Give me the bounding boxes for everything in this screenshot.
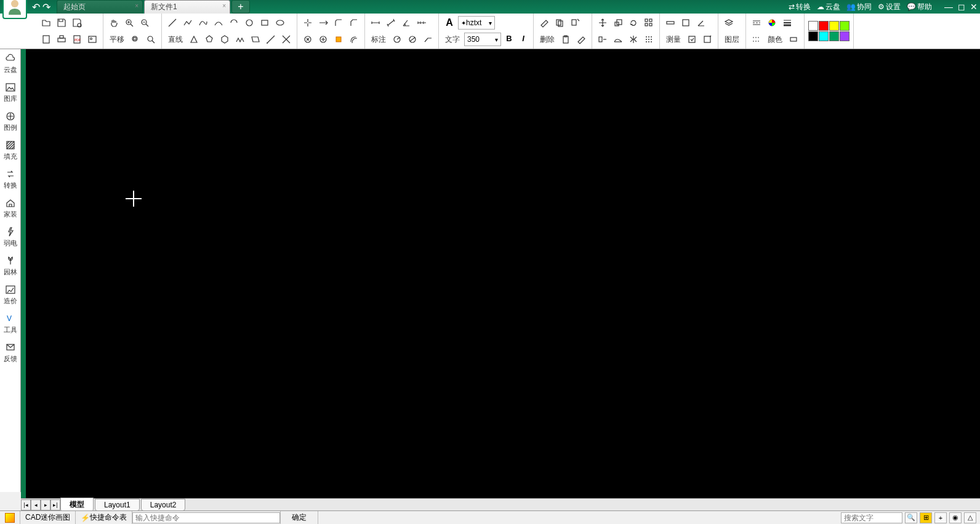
sidebar-elec[interactable]: 弱电 — [0, 223, 20, 252]
command-input[interactable] — [132, 512, 280, 523]
scale-button[interactable] — [611, 16, 625, 30]
measure-out-button[interactable] — [701, 33, 714, 46]
parallelogram-button[interactable] — [249, 33, 262, 46]
zoom-window-button[interactable] — [144, 33, 158, 46]
color-purple[interactable] — [840, 31, 849, 41]
color-red[interactable] — [819, 21, 829, 31]
sidebar-hatch[interactable]: 填充 — [0, 136, 20, 165]
open-button[interactable] — [39, 16, 53, 30]
break-button[interactable] — [301, 33, 315, 46]
color-black[interactable] — [808, 31, 818, 41]
osnap-toggle[interactable]: △ — [964, 512, 976, 523]
grid-toggle[interactable]: ◉ — [949, 512, 962, 523]
search-input[interactable] — [841, 512, 902, 523]
bold-button[interactable]: B — [503, 33, 515, 46]
spline-button[interactable] — [196, 16, 210, 30]
dim-radius-button[interactable] — [390, 33, 404, 46]
rotate-button[interactable] — [627, 16, 640, 30]
ray-button[interactable] — [264, 33, 278, 46]
rect-button[interactable] — [258, 16, 271, 30]
close-icon[interactable]: × — [135, 2, 139, 9]
mirror-button[interactable] — [627, 33, 640, 46]
close-button[interactable]: ✕ — [970, 2, 978, 12]
font-size-select[interactable]: 350 — [464, 33, 501, 46]
zoom-extent-button[interactable] — [129, 33, 142, 46]
color-wheel-button[interactable] — [765, 16, 779, 30]
measure-dist-button[interactable] — [664, 16, 677, 30]
search-button[interactable]: 🔍 — [905, 512, 917, 523]
sidebar-tools[interactable]: V工具 — [0, 309, 20, 338]
close-icon[interactable]: × — [222, 2, 226, 9]
offset-button[interactable] — [347, 33, 361, 46]
maximize-button[interactable]: ◻ — [958, 2, 965, 12]
menu-convert[interactable]: ⇄ 转换 — [789, 2, 811, 12]
export-img-button[interactable] — [86, 33, 99, 46]
purge-button[interactable] — [574, 33, 588, 46]
menu-cloud[interactable]: ☁ 云盘 — [817, 2, 840, 12]
confirm-button[interactable]: 确定 — [280, 511, 318, 524]
triangle-button[interactable] — [187, 33, 201, 46]
export-pdf-button[interactable]: PDF — [70, 33, 84, 46]
trim-button[interactable] — [301, 16, 315, 30]
text-button[interactable]: A — [443, 16, 456, 30]
linetype2-button[interactable] — [750, 33, 763, 46]
dim-continue-button[interactable] — [415, 16, 428, 30]
fillet-button[interactable] — [332, 16, 345, 30]
save-button[interactable] — [55, 16, 68, 30]
zigzag-button[interactable] — [233, 33, 247, 46]
measure-angle-button[interactable] — [694, 16, 708, 30]
sidebar-garden[interactable]: 园林 — [0, 252, 20, 280]
chamfer-button[interactable] — [347, 16, 361, 30]
sidebar-legend[interactable]: 图例 — [0, 107, 20, 136]
tab-last-button[interactable]: ▸| — [50, 499, 60, 510]
zoom-out-button[interactable] — [138, 16, 151, 30]
dim-diameter-button[interactable] — [406, 33, 419, 46]
align-button[interactable] — [596, 33, 609, 46]
sidebar-convert[interactable]: 转换 — [0, 165, 20, 194]
color-green[interactable] — [829, 31, 839, 41]
lineweight-button[interactable] — [781, 16, 794, 30]
zoom-in-button[interactable] — [122, 16, 136, 30]
dim-aligned-button[interactable] — [384, 16, 398, 30]
stretch-button[interactable] — [611, 33, 625, 46]
copy-button[interactable] — [553, 16, 566, 30]
hand-button[interactable] — [107, 16, 121, 30]
layer-manager-button[interactable] — [722, 16, 736, 30]
menu-help[interactable]: 💬 帮助 — [907, 2, 932, 12]
save-as-button[interactable] — [70, 16, 84, 30]
dim-angular-button[interactable] — [400, 16, 413, 30]
layout-tab-1[interactable]: Layout1 — [95, 499, 140, 511]
tab-add-button[interactable]: + — [231, 0, 250, 14]
color-yellow[interactable] — [829, 21, 839, 31]
sidebar-feedback[interactable]: 反馈 — [0, 338, 20, 367]
sidebar-gallery[interactable]: 图库 — [0, 78, 20, 107]
print-button[interactable] — [55, 33, 68, 46]
sidebar-cost[interactable]: 造价 — [0, 280, 20, 309]
linetype-button[interactable] — [750, 16, 763, 30]
leader-button[interactable] — [421, 33, 435, 46]
user-avatar[interactable] — [2, 0, 27, 19]
tab-prev-button[interactable]: ◂ — [31, 499, 41, 510]
color-white[interactable] — [808, 21, 818, 31]
erase-button[interactable] — [537, 16, 551, 30]
paste-button[interactable] — [559, 33, 572, 46]
layout-tab-2[interactable]: Layout2 — [141, 499, 186, 511]
line-button[interactable] — [166, 16, 179, 30]
sidebar-cloud[interactable]: 云盘 — [0, 49, 20, 78]
dim-linear-button[interactable] — [369, 16, 382, 30]
xline-button[interactable] — [279, 33, 293, 46]
polyline-button[interactable] — [181, 16, 195, 30]
menu-collab[interactable]: 👥 协同 — [846, 2, 872, 12]
menu-settings[interactable]: ⚙ 设置 — [878, 2, 901, 12]
ellipse-button[interactable] — [273, 16, 287, 30]
layout-tab-model[interactable]: 模型 — [60, 498, 94, 512]
explode-button[interactable] — [332, 33, 345, 46]
extend-button[interactable] — [316, 16, 330, 30]
tab-first-button[interactable]: |◂ — [21, 499, 31, 510]
minimize-button[interactable]: — — [944, 2, 953, 12]
tab-start-page[interactable]: 起始页 × — [57, 0, 143, 14]
snap-toggle[interactable]: + — [934, 512, 947, 523]
move-button[interactable] — [596, 16, 609, 30]
polygon-button[interactable] — [218, 33, 231, 46]
pentagon-button[interactable] — [203, 33, 216, 46]
